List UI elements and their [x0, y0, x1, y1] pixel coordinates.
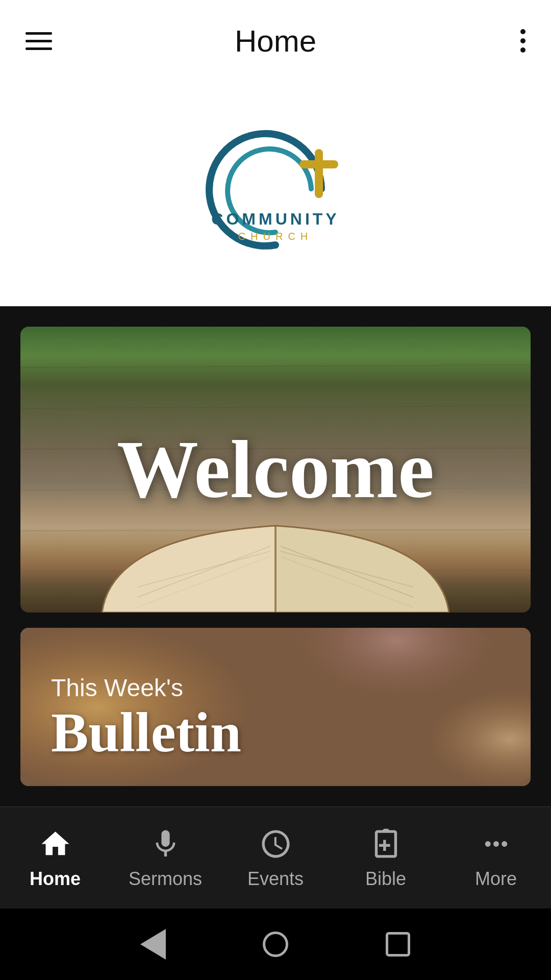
logo-area: COMMUNITY CHURCH — [0, 82, 551, 306]
nav-item-more[interactable]: More — [441, 826, 551, 890]
church-logo: COMMUNITY CHURCH — [199, 122, 352, 265]
welcome-card[interactable]: Welcome — [20, 327, 531, 612]
clock-icon — [258, 826, 293, 862]
options-menu-button[interactable] — [520, 29, 525, 53]
home-button[interactable] — [260, 929, 291, 960]
nav-label-home: Home — [30, 868, 81, 890]
mic-icon — [147, 826, 183, 862]
svg-text:COMMUNITY: COMMUNITY — [211, 210, 339, 228]
nav-label-bible: Bible — [365, 868, 406, 890]
top-bar: Home — [0, 0, 551, 82]
page-title: Home — [235, 23, 316, 59]
home-icon — [37, 826, 73, 862]
nav-label-sermons: Sermons — [129, 868, 202, 890]
more-dots-icon — [478, 826, 514, 862]
nav-item-home[interactable]: Home — [0, 826, 110, 890]
nav-item-bible[interactable]: Bible — [331, 826, 441, 890]
back-button[interactable] — [138, 929, 168, 960]
bulletin-text: This Week's Bulletin — [51, 674, 241, 761]
bulletin-title: Bulletin — [51, 704, 241, 761]
welcome-heading: Welcome — [117, 423, 434, 517]
nav-label-more: More — [475, 868, 517, 890]
recent-apps-button[interactable] — [383, 929, 413, 960]
book-icon — [368, 826, 404, 862]
nav-item-sermons[interactable]: Sermons — [110, 826, 220, 890]
welcome-background: Welcome — [20, 327, 531, 612]
svg-text:CHURCH: CHURCH — [238, 231, 313, 242]
bottom-navigation: Home Sermons Events Bible — [0, 806, 551, 909]
nav-label-events: Events — [247, 868, 304, 890]
bulletin-subtitle: This Week's — [51, 674, 241, 702]
bulletin-card[interactable]: This Week's Bulletin — [20, 628, 531, 786]
nav-item-events[interactable]: Events — [220, 826, 331, 890]
hamburger-menu-button[interactable] — [26, 32, 52, 50]
system-navigation — [0, 909, 551, 980]
